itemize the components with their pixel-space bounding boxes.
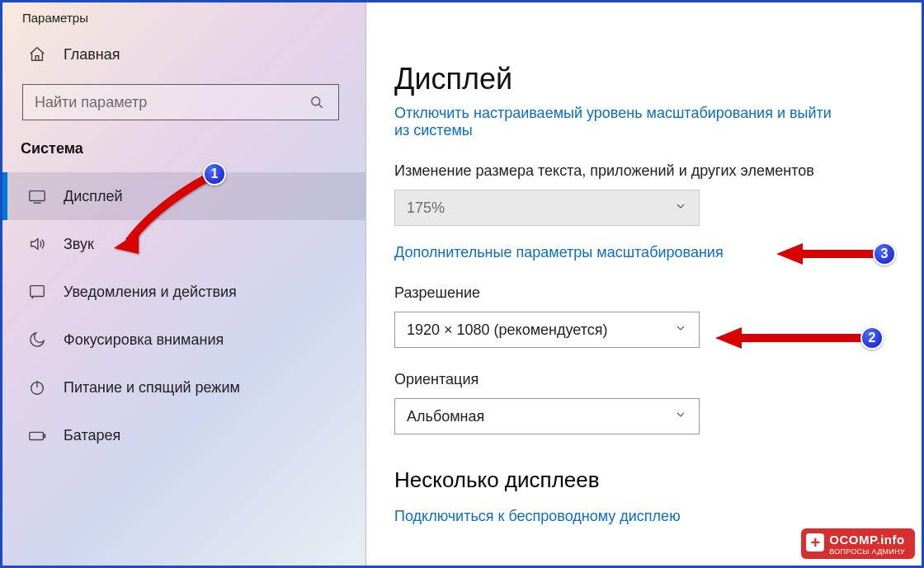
- signout-link-line1[interactable]: Отключить настраиваемый уровень масштаби…: [394, 105, 832, 122]
- svg-line-1: [319, 105, 323, 108]
- svg-rect-2: [30, 191, 45, 201]
- focus-icon: [27, 330, 47, 350]
- orientation-dropdown[interactable]: Альбомная: [394, 398, 700, 434]
- resolution-dropdown[interactable]: 1920 × 1080 (рекомендуется): [394, 312, 700, 348]
- signout-link-line2[interactable]: из системы: [394, 122, 473, 139]
- chevron-down-icon: [674, 408, 687, 425]
- sidebar-item-label: Звук: [64, 236, 94, 253]
- resolution-label: Разрешение: [394, 284, 922, 302]
- search-wrap: [2, 73, 365, 132]
- scale-label: Изменение размера текста, приложений и д…: [394, 162, 922, 180]
- sidebar-item-label: Фокусировка внимания: [64, 331, 224, 349]
- svg-rect-8: [44, 434, 45, 438]
- sidebar-item-focus[interactable]: Фокусировка внимания: [2, 316, 365, 364]
- watermark-title-right: info: [880, 533, 905, 547]
- watermark: + OCOMP.info ВОПРОСЫ АДМИНУ: [801, 528, 915, 559]
- scale-dropdown[interactable]: 175%: [394, 190, 700, 226]
- watermark-title-left: OCOMP: [829, 533, 876, 547]
- search-input[interactable]: [35, 94, 307, 111]
- sidebar-item-label: Дисплей: [64, 188, 123, 205]
- page-title: Дисплей: [394, 2, 922, 96]
- svg-rect-7: [30, 432, 44, 439]
- svg-point-0: [312, 97, 320, 106]
- orientation-label: Ориентация: [394, 371, 922, 388]
- sidebar-home-label: Главная: [64, 46, 120, 63]
- chevron-down-icon: [674, 322, 687, 339]
- advanced-scaling-link[interactable]: Дополнительные параметры масштабирования: [394, 244, 724, 261]
- sidebar-category: Система: [2, 132, 365, 172]
- search-icon: [307, 92, 327, 112]
- window-title: Параметры: [2, 2, 365, 36]
- svg-rect-4: [31, 286, 45, 297]
- multi-display-header: Несколько дисплеев: [394, 467, 922, 493]
- sidebar-item-display[interactable]: Дисплей: [2, 172, 365, 220]
- power-icon: [27, 378, 47, 397]
- sound-icon: [27, 234, 47, 254]
- sidebar-item-notifications[interactable]: Уведомления и действия: [2, 268, 365, 316]
- main-content: Дисплей Отключить настраиваемый уровень …: [366, 2, 922, 566]
- chevron-down-icon: [674, 200, 687, 217]
- home-icon: [27, 45, 47, 64]
- watermark-subtitle: ВОПРОСЫ АДМИНУ: [829, 548, 905, 556]
- search-box[interactable]: [22, 84, 339, 120]
- sidebar-item-label: Питание и спящий режим: [64, 379, 240, 397]
- sidebar-item-power[interactable]: Питание и спящий режим: [2, 364, 365, 411]
- sidebar-item-battery[interactable]: Батарея: [2, 411, 365, 459]
- connect-wireless-link[interactable]: Подключиться к беспроводному дисплею: [394, 508, 681, 525]
- orientation-value: Альбомная: [407, 408, 484, 425]
- notifications-icon: [27, 282, 47, 302]
- plus-icon: +: [806, 533, 824, 552]
- sidebar-item-label: Уведомления и действия: [64, 284, 237, 301]
- resolution-value: 1920 × 1080 (рекомендуется): [407, 322, 608, 339]
- sidebar: Параметры Главная Система Дисплей: [2, 2, 365, 566]
- sidebar-home[interactable]: Главная: [2, 36, 365, 73]
- sidebar-item-sound[interactable]: Звук: [2, 220, 365, 268]
- sidebar-item-label: Батарея: [64, 427, 120, 444]
- battery-icon: [27, 425, 47, 445]
- display-icon: [27, 186, 47, 206]
- scale-value: 175%: [407, 200, 445, 217]
